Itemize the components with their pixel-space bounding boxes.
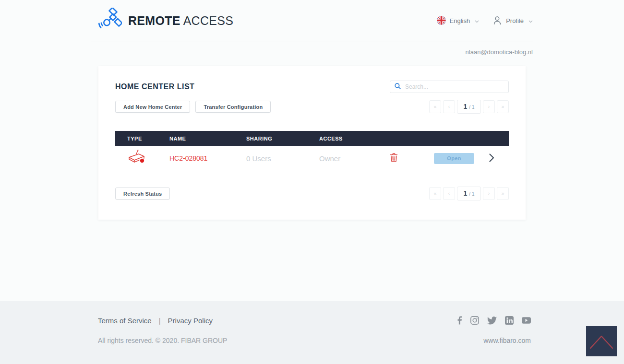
- pagination-next-button[interactable]: ›: [483, 187, 495, 200]
- search-icon: [395, 82, 401, 91]
- fibaro-logo: [586, 326, 617, 356]
- chevron-right-icon: [489, 153, 494, 164]
- home-center-card: HOME CENTER LIST Add New Home Center Tra…: [98, 66, 526, 220]
- privacy-policy-link[interactable]: Privacy Policy: [168, 317, 213, 325]
- pagination-top: « ‹ 1 / 1 › »: [429, 100, 509, 114]
- pagination-next-button[interactable]: ›: [483, 100, 495, 113]
- pagination-total: / 1: [469, 192, 474, 197]
- brand-title-light: ACCESS: [183, 14, 234, 27]
- pagination-current: 1 / 1: [457, 100, 481, 114]
- instagram-icon[interactable]: [470, 316, 479, 325]
- user-email: nlaan@domotica-blog.nl: [466, 48, 533, 56]
- trash-icon: [390, 153, 398, 164]
- youtube-icon[interactable]: [522, 317, 531, 324]
- section-divider: [115, 123, 509, 123]
- profile-label: Profile: [506, 17, 524, 24]
- pagination-page-number: 1: [464, 103, 468, 110]
- topbar: REMOTE ACCESS: [91, 0, 533, 42]
- copyright-text: All rights reserved. © 2020. FIBAR GROUP: [91, 337, 227, 344]
- home-center-name[interactable]: HC2-028081: [169, 154, 246, 162]
- brand-logo: REMOTE ACCESS: [91, 8, 233, 35]
- language-label: English: [450, 17, 470, 24]
- pagination-total: / 1: [469, 105, 474, 110]
- sharing-value: 0 Users: [246, 154, 319, 163]
- pagination-prev-button[interactable]: ‹: [443, 187, 455, 200]
- pagination-first-button[interactable]: «: [429, 100, 441, 113]
- chevron-down-icon: [475, 17, 479, 24]
- twitter-icon[interactable]: [487, 317, 497, 325]
- column-sharing: SHARING: [246, 136, 319, 141]
- facebook-icon[interactable]: [457, 316, 462, 325]
- pagination-first-button[interactable]: «: [429, 187, 441, 200]
- person-icon: [492, 15, 502, 27]
- column-type: TYPE: [115, 136, 169, 141]
- user-email-row: nlaan@domotica-blog.nl: [91, 42, 533, 60]
- search-box: [390, 81, 509, 93]
- table-row: HC2-028081 0 Users Owner: [115, 146, 509, 171]
- delete-button[interactable]: [390, 153, 398, 164]
- transfer-configuration-button[interactable]: Transfer Configuration: [195, 101, 271, 113]
- satellite-icon: [98, 8, 122, 35]
- page-title: HOME CENTER LIST: [115, 82, 194, 91]
- footer-link-separator: |: [159, 317, 161, 325]
- brand-title: REMOTE ACCESS: [128, 14, 233, 28]
- hc2-device-icon: [127, 159, 146, 167]
- access-value: Owner: [319, 154, 379, 163]
- add-home-center-button[interactable]: Add New Home Center: [115, 101, 190, 113]
- pagination-last-button[interactable]: »: [497, 100, 509, 113]
- refresh-status-button[interactable]: Refresh Status: [115, 188, 170, 200]
- pagination-last-button[interactable]: »: [497, 187, 509, 200]
- brand-title-bold: REMOTE: [128, 14, 180, 27]
- pagination-prev-button[interactable]: ‹: [443, 100, 455, 113]
- chevron-down-icon: [528, 17, 533, 24]
- footer: Terms of Service | Privacy Policy: [0, 301, 624, 364]
- profile-menu[interactable]: Profile: [492, 15, 533, 27]
- column-name: NAME: [169, 136, 246, 141]
- language-selector[interactable]: English: [437, 16, 480, 26]
- table-header: TYPE NAME SHARING ACCESS: [115, 131, 509, 146]
- pagination-current: 1 / 1: [457, 187, 481, 200]
- page: REMOTE ACCESS: [0, 0, 624, 364]
- search-input[interactable]: [404, 83, 504, 91]
- open-button[interactable]: Open: [434, 153, 474, 164]
- website-link[interactable]: www.fibaro.com: [483, 337, 533, 344]
- linkedin-icon[interactable]: [505, 316, 514, 325]
- uk-flag-icon: [437, 16, 446, 26]
- pagination-page-number: 1: [464, 190, 468, 197]
- column-access: ACCESS: [319, 136, 379, 141]
- row-expand-button[interactable]: [489, 153, 494, 164]
- terms-of-service-link[interactable]: Terms of Service: [98, 317, 152, 325]
- pagination-bottom: « ‹ 1 / 1 › »: [429, 187, 509, 200]
